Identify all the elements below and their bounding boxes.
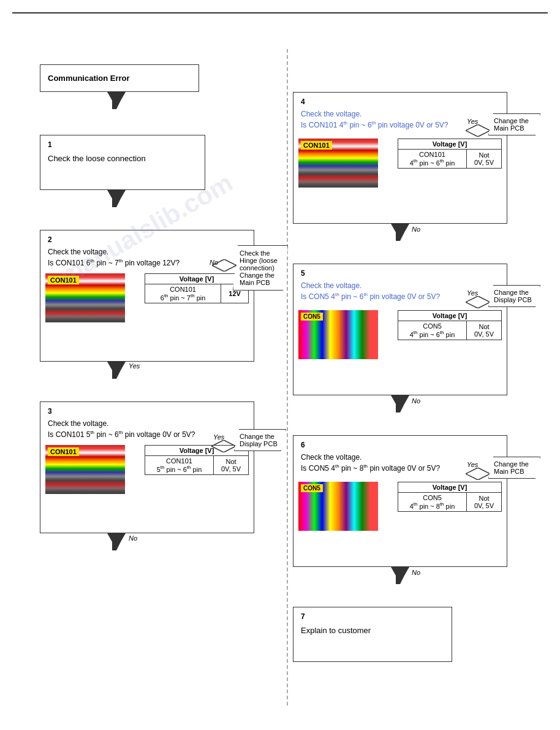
- step2-num: 2: [48, 235, 246, 244]
- step3-box: 3 Check the voltage. Is CON101 5th pin ~…: [40, 401, 254, 533]
- step1-box: 1 Check the loose connection: [40, 135, 205, 190]
- step5-yes-arrow-svg: [466, 296, 490, 308]
- step6-box: 6 Check the voltage. Is CON5 4th pin ~ 8…: [293, 435, 507, 567]
- step4-connector-label: CON101: [301, 141, 332, 150]
- step5-box: 5 Check the voltage. Is CON5 4th pin ~ 6…: [293, 264, 507, 395]
- step5-yes-action: Change the Display PCB: [488, 285, 540, 307]
- step3-yes-action: Change the Display PCB: [234, 429, 286, 451]
- step5-voltage-value: Not 0V, 5V: [467, 321, 502, 340]
- step2-voltage-pin-label: CON1016th pin ~ 7th pin: [145, 284, 221, 303]
- step4-yes-arrow-svg: [466, 124, 490, 137]
- step3-no-label: No: [129, 534, 137, 542]
- step6-yes-label: Yes: [467, 461, 478, 468]
- page: manualslib.com Communication Error 1 Che…: [0, 0, 560, 730]
- section-divider: [287, 49, 288, 705]
- step4-voltage-header: Voltage [V]: [398, 139, 502, 150]
- step3-yes-arrow: [211, 440, 236, 454]
- svg-marker-1: [211, 440, 236, 452]
- step7-text: Explain to customer: [301, 625, 444, 637]
- step3-yes-label: Yes: [213, 433, 224, 441]
- step3-no-connector: [107, 533, 126, 550]
- step2-no-action: Check the Hinge (loose connection)Change…: [233, 245, 288, 291]
- step6-voltage-table: Voltage [V] CON54th pin ~ 8th pin Not 0V…: [398, 482, 502, 512]
- step2-image: CON101: [45, 273, 125, 322]
- step5-num: 5: [301, 269, 499, 278]
- step3-yes-arrow-svg: [211, 440, 236, 452]
- step5-yes-arrow: [466, 296, 490, 310]
- svg-marker-2: [466, 124, 490, 137]
- step2-no-arrow-svg: [212, 259, 236, 272]
- step6-yes-action: Change the Main PCB: [488, 457, 540, 479]
- step4-yes-label: Yes: [467, 118, 478, 125]
- step6-voltage-header: Voltage [V]: [398, 482, 502, 493]
- connector-1-to-2: [107, 190, 126, 207]
- step6-yes-arrow-svg: [466, 468, 490, 480]
- connector-start-to-1: [107, 92, 126, 109]
- step6-voltage-pin-label: CON54th pin ~ 8th pin: [398, 493, 467, 512]
- step3-num: 3: [48, 407, 246, 416]
- step5-yes-label: Yes: [467, 289, 478, 297]
- top-divider: [12, 12, 548, 13]
- start-box-label: Communication Error: [48, 74, 130, 83]
- step2-connector-label: CON101: [48, 276, 79, 284]
- step1-text: Check the loose connection: [48, 153, 197, 165]
- step2-no-arrow: [212, 259, 236, 273]
- step2-yes-label: Yes: [129, 362, 140, 370]
- step3-connector-label: CON101: [48, 447, 79, 456]
- step6-yes-arrow: [466, 468, 490, 482]
- step4-voltage-pin-label: CON1014th pin ~ 6th pin: [398, 150, 467, 169]
- svg-marker-0: [212, 259, 236, 272]
- step6-no-label: No: [412, 569, 420, 576]
- step3-voltage-pin-label: CON1015th pin ~ 6th pin: [145, 456, 214, 475]
- step4-image: CON101: [298, 139, 378, 188]
- start-box: Communication Error: [40, 64, 199, 92]
- step4-yes-action: Change the Main PCB: [488, 113, 540, 135]
- step5-image: CON5: [298, 310, 378, 359]
- step6-voltage-value: Not 0V, 5V: [467, 493, 502, 512]
- step4-num: 4: [301, 97, 499, 106]
- step6-no-connector: [391, 567, 409, 584]
- step4-no-connector: [391, 224, 409, 241]
- step2-yes-connector: [107, 362, 126, 379]
- step2-voltage-header: Voltage [V]: [145, 274, 249, 284]
- step6-num: 6: [301, 441, 499, 449]
- step5-voltage-table: Voltage [V] CON54th pin ~ 6th pin Not 0V…: [398, 310, 502, 340]
- svg-marker-4: [466, 468, 490, 480]
- svg-marker-3: [466, 296, 490, 308]
- step4-no-label: No: [412, 226, 420, 233]
- step4-yes-arrow: [466, 124, 490, 139]
- step3-voltage-value: Not 0V, 5V: [214, 456, 249, 475]
- step5-voltage-header: Voltage [V]: [398, 311, 502, 321]
- step1-num: 1: [48, 140, 197, 149]
- step3-image: CON101: [45, 445, 125, 494]
- step4-voltage-value: Not 0V, 5V: [467, 150, 502, 169]
- step7-box: 7 Explain to customer: [293, 607, 452, 662]
- step5-voltage-pin-label: CON54th pin ~ 6th pin: [398, 321, 467, 340]
- step6-image: CON5: [298, 482, 378, 531]
- step5-no-connector: [391, 395, 409, 413]
- step4-box: 4 Check the voltage. Is CON101 4th pin ~…: [293, 92, 507, 224]
- step5-no-label: No: [412, 397, 420, 405]
- step7-num: 7: [301, 612, 444, 621]
- step2-box: 2 Check the voltage. Is CON101 6th pin ~…: [40, 230, 254, 362]
- step4-voltage-table: Voltage [V] CON1014th pin ~ 6th pin Not …: [398, 139, 502, 169]
